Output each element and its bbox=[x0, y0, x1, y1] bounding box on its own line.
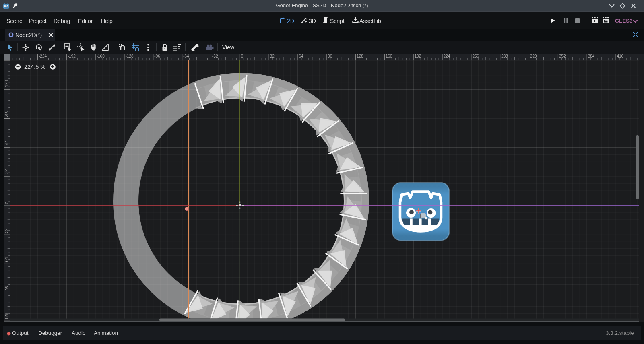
svg-text:-160: -160 bbox=[97, 54, 105, 58]
svg-text:416: 416 bbox=[617, 54, 624, 58]
svg-text:32: 32 bbox=[270, 54, 275, 58]
svg-text:-32: -32 bbox=[212, 54, 218, 58]
svg-text:0: 0 bbox=[5, 202, 9, 204]
svg-text:32: 32 bbox=[5, 228, 9, 233]
svg-text:160: 160 bbox=[386, 54, 392, 58]
svg-text:-128: -128 bbox=[5, 80, 9, 88]
svg-text:128: 128 bbox=[5, 313, 9, 319]
svg-text:64: 64 bbox=[299, 54, 303, 58]
svg-text:-128: -128 bbox=[126, 54, 134, 58]
svg-text:352: 352 bbox=[559, 54, 566, 58]
svg-text:-32: -32 bbox=[5, 169, 9, 175]
svg-text:96: 96 bbox=[328, 54, 332, 58]
svg-text:-96: -96 bbox=[5, 111, 9, 117]
svg-text:-192: -192 bbox=[68, 54, 76, 58]
svg-text:-224: -224 bbox=[39, 54, 47, 58]
svg-text:256: 256 bbox=[472, 54, 479, 58]
svg-text:96: 96 bbox=[5, 286, 9, 291]
svg-text:128: 128 bbox=[357, 54, 363, 58]
svg-text:288: 288 bbox=[501, 54, 508, 58]
svg-text:384: 384 bbox=[588, 54, 595, 58]
svg-text:224: 224 bbox=[444, 54, 450, 58]
svg-text:64: 64 bbox=[5, 257, 9, 262]
svg-text:-96: -96 bbox=[154, 54, 160, 58]
svg-text:-64: -64 bbox=[5, 140, 9, 146]
svg-text:-64: -64 bbox=[183, 54, 189, 58]
svg-text:320: 320 bbox=[530, 54, 537, 58]
svg-text:0: 0 bbox=[241, 54, 244, 58]
svg-text:224.5 %: 224.5 % bbox=[24, 64, 45, 70]
svg-text:192: 192 bbox=[415, 54, 421, 58]
